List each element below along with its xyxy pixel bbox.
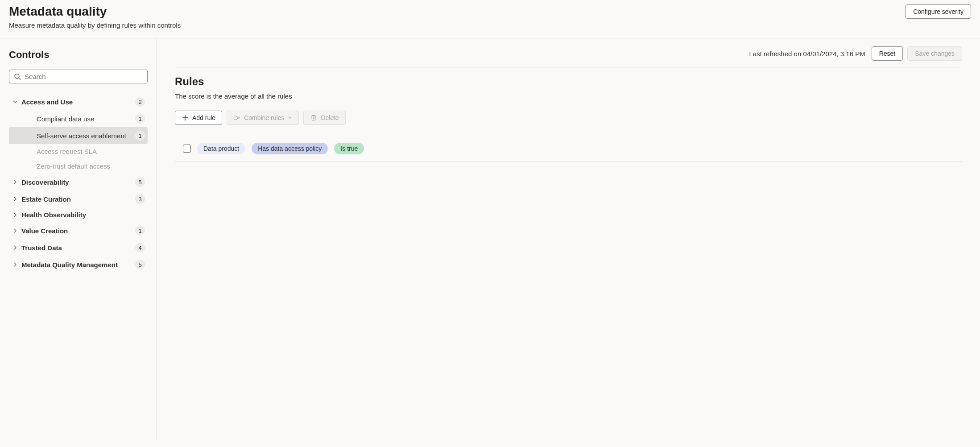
chevron-right-icon: [12, 228, 19, 233]
tree-group-label: Discoverability: [21, 178, 135, 186]
header-left: Metadata quality Measure metadata qualit…: [9, 4, 906, 29]
combine-rules-button[interactable]: Combine rules: [227, 111, 299, 125]
trash-icon: [310, 114, 317, 121]
tree-child-count: 1: [135, 114, 145, 124]
rule-checkbox[interactable]: [183, 145, 191, 153]
rule-entity-pill: Data product: [197, 143, 245, 154]
tree-child-label: Access request SLA: [21, 148, 145, 155]
tree-child[interactable]: Zero-trust default access: [9, 159, 148, 174]
tree-group[interactable]: Health Observability: [9, 207, 148, 222]
tree-group[interactable]: Trusted Data4: [9, 239, 148, 256]
chevron-right-icon: [12, 245, 19, 250]
rule-condition-pill: Has data access policy: [252, 143, 328, 154]
tree-child[interactable]: Compliant data use1: [9, 110, 148, 127]
rule-value-pill: Is true: [334, 143, 364, 154]
rules-title: Rules: [175, 75, 962, 88]
chevron-down-icon: [288, 116, 292, 120]
refreshed-prefix: Last refreshed on: [749, 50, 803, 58]
page-header: Metadata quality Measure metadata qualit…: [0, 0, 980, 38]
search-box[interactable]: [9, 70, 148, 83]
content-area: Last refreshed on 04/01/2024, 3:16 PM Re…: [157, 38, 980, 441]
svg-point-0: [15, 74, 19, 79]
search-icon: [14, 73, 21, 80]
sidebar: Controls Access and Use2Compliant data u…: [0, 38, 157, 441]
tree-group-count: 5: [135, 177, 145, 187]
combine-rules-label: Combine rules: [244, 114, 284, 121]
page-title: Metadata quality: [9, 4, 906, 19]
add-rule-button[interactable]: Add rule: [175, 111, 222, 125]
main-layout: Controls Access and Use2Compliant data u…: [0, 38, 980, 441]
tree-child[interactable]: Self-serve access enablement1: [9, 127, 148, 144]
tree-child-label: Compliant data use: [21, 115, 135, 123]
tree-group[interactable]: Value Creation1: [9, 222, 148, 239]
rules-actions: Add rule Combine rules: [175, 111, 962, 125]
tree-child-count: 1: [135, 131, 145, 141]
tree-group-label: Metadata Quality Management: [21, 261, 135, 269]
content-topbar: Last refreshed on 04/01/2024, 3:16 PM Re…: [175, 46, 962, 67]
controls-tree: Access and Use2Compliant data use1Self-s…: [9, 93, 148, 273]
tree-group[interactable]: Discoverability5: [9, 174, 148, 190]
refreshed-timestamp: 04/01/2024, 3:16 PM: [803, 50, 865, 58]
tree-group[interactable]: Estate Curation3: [9, 190, 148, 207]
merge-icon: [233, 114, 240, 121]
tree-group-label: Health Observability: [21, 211, 145, 219]
svg-line-1: [19, 78, 21, 80]
rules-section: Rules The score is the average of all th…: [175, 75, 962, 162]
chevron-right-icon: [12, 262, 19, 267]
reset-button[interactable]: Reset: [872, 46, 903, 61]
chevron-right-icon: [12, 212, 19, 218]
save-changes-button[interactable]: Save changes: [907, 46, 962, 61]
tree-group-count: 3: [135, 194, 145, 204]
tree-group-count: 5: [135, 260, 145, 269]
rules-list: Data product Has data access policy Is t…: [175, 137, 962, 162]
tree-group-count: 1: [135, 226, 145, 236]
last-refreshed-text: Last refreshed on 04/01/2024, 3:16 PM: [749, 50, 865, 58]
tree-child[interactable]: Access request SLA: [9, 144, 148, 159]
search-input[interactable]: [25, 73, 143, 80]
tree-group[interactable]: Metadata Quality Management5: [9, 256, 148, 273]
delete-button[interactable]: Delete: [303, 111, 345, 125]
plus-icon: [182, 114, 189, 121]
tree-child-label: Self-serve access enablement: [21, 132, 135, 140]
tree-child-label: Zero-trust default access: [21, 162, 145, 170]
tree-group-label: Access and Use: [21, 98, 135, 106]
chevron-right-icon: [12, 179, 19, 185]
tree-group-label: Value Creation: [21, 227, 135, 235]
chevron-down-icon: [12, 99, 19, 104]
tree-group-label: Trusted Data: [21, 244, 135, 252]
tree-group-count: 4: [135, 243, 145, 252]
sidebar-title: Controls: [9, 49, 148, 61]
rules-description: The score is the average of all the rule…: [175, 92, 962, 100]
tree-group-label: Estate Curation: [21, 195, 135, 203]
rule-row: Data product Has data access policy Is t…: [175, 137, 962, 162]
configure-severity-button[interactable]: Configure severity: [906, 4, 971, 19]
page-subtitle: Measure metadata quality by defining rul…: [9, 21, 906, 29]
add-rule-label: Add rule: [192, 114, 215, 121]
tree-group-count: 2: [135, 97, 145, 107]
tree-group[interactable]: Access and Use2: [9, 93, 148, 110]
chevron-right-icon: [12, 196, 19, 202]
delete-label: Delete: [321, 114, 339, 121]
